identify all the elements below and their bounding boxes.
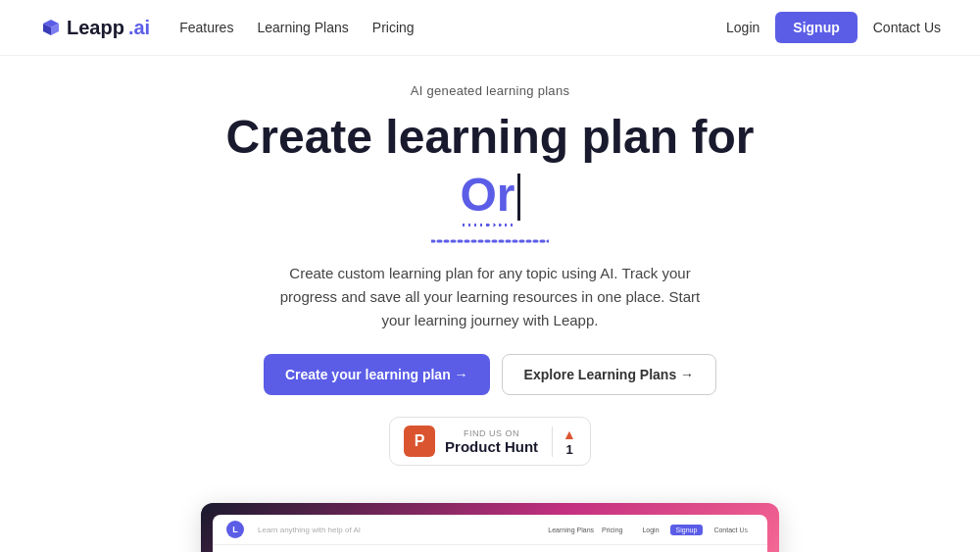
cta-buttons: Create your learning plan → Explore Lear… xyxy=(264,354,716,395)
nav-learning-plans[interactable]: Learning Plans xyxy=(257,20,348,35)
create-plan-button[interactable]: Create your learning plan → xyxy=(264,354,490,395)
logo-leapp-text: Leapp xyxy=(67,17,124,39)
video-nav-link-1: Learning Plans xyxy=(548,527,594,533)
video-nav-btns: Login Signup Contact Us xyxy=(636,525,754,535)
hero-tag: AI geneated learning plans xyxy=(411,83,569,98)
explore-plans-button[interactable]: Explore Learning Plans → xyxy=(502,354,717,395)
signup-button[interactable]: Signup xyxy=(775,12,857,43)
logo[interactable]: Leapp.ai xyxy=(39,16,150,39)
product-hunt-text: FIND US ON Product Hunt xyxy=(445,428,538,455)
video-nav-link-2: Pricing xyxy=(602,527,622,533)
video-share-button[interactable] xyxy=(742,519,761,538)
login-button[interactable]: Login xyxy=(726,20,760,35)
video-inner: L Learn anything with help of AI Learnin… xyxy=(213,515,767,552)
product-hunt-logo: P xyxy=(404,426,435,457)
contact-button[interactable]: Contact Us xyxy=(873,20,941,35)
product-hunt-find-us: FIND US ON xyxy=(445,428,538,438)
video-login-btn: Login xyxy=(636,525,664,535)
navbar-right: Login Signup Contact Us xyxy=(726,12,941,43)
video-signup-btn: Signup xyxy=(670,525,704,535)
video-content: Create learning plan for Mac Create cust… xyxy=(213,545,767,552)
dotted-underline xyxy=(431,230,549,248)
text-cursor xyxy=(517,174,520,221)
video-nav-links-small: Learning Plans Pricing xyxy=(548,527,622,533)
hero-section: AI geneated learning plans Create learni… xyxy=(0,56,980,503)
video-navbar: L Learn anything with help of AI Learnin… xyxy=(213,515,767,545)
upvote-count: 1 xyxy=(565,442,572,457)
nav-features[interactable]: Features xyxy=(179,20,233,35)
hero-animated-word: Or xyxy=(460,168,514,226)
navbar: Leapp.ai Features Learning Plans Pricing… xyxy=(0,0,980,56)
logo-icon xyxy=(39,16,63,39)
product-hunt-upvotes: ▲ 1 xyxy=(552,427,576,457)
logo-ai-text: .ai xyxy=(128,17,150,39)
hero-title: Create learning plan for xyxy=(226,110,755,164)
video-preview-wrapper: L Learn anything with help of AI Learnin… xyxy=(0,503,980,552)
nav-pricing[interactable]: Pricing xyxy=(372,20,415,35)
video-nav-text: Learn anything with help of AI xyxy=(258,526,534,534)
navbar-left: Leapp.ai Features Learning Plans Pricing xyxy=(39,16,415,39)
product-hunt-name: Product Hunt xyxy=(445,438,538,455)
video-preview: L Learn anything with help of AI Learnin… xyxy=(201,503,779,552)
hero-description: Create custom learning plan for any topi… xyxy=(274,262,706,332)
upvote-arrow-icon: ▲ xyxy=(563,427,576,442)
nav-links: Features Learning Plans Pricing xyxy=(179,19,414,36)
product-hunt-badge[interactable]: P FIND US ON Product Hunt ▲ 1 xyxy=(389,417,591,466)
hero-title-line2: Or xyxy=(460,168,519,226)
video-logo: L xyxy=(226,521,244,538)
